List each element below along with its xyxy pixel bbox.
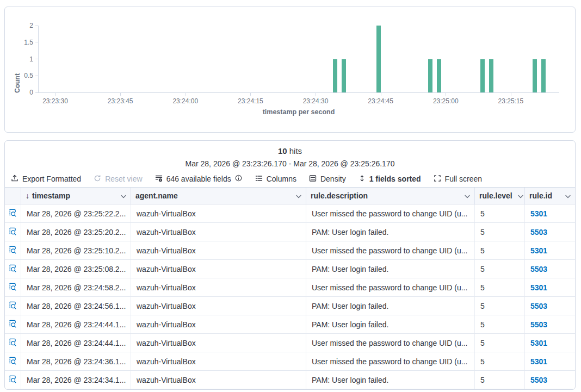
histogram-bar[interactable] <box>480 59 485 93</box>
histogram-bar[interactable] <box>541 59 546 93</box>
rule-id-link[interactable]: 5301 <box>525 204 575 222</box>
column-header-timestamp[interactable]: ↓ timestamp <box>21 188 131 204</box>
y-tick-label: 0.5 <box>11 72 33 79</box>
expand-document-button[interactable] <box>5 297 21 315</box>
inspect-document-icon <box>8 264 17 275</box>
density-button[interactable]: Density <box>308 174 346 184</box>
inspect-document-icon <box>8 245 17 256</box>
chevron-down-icon[interactable] <box>121 191 126 200</box>
cell-rule-level: 5 <box>475 204 525 222</box>
columns-button[interactable]: Columns <box>255 174 296 184</box>
rule-id-link[interactable]: 5503 <box>525 315 575 333</box>
table-row: Mar 28, 2026 @ 23:25:08.2... wazuh-Virtu… <box>5 260 575 278</box>
time-range: Mar 28, 2026 @ 23:23:26.170 - Mar 28, 20… <box>5 159 575 168</box>
x-tick-mark <box>316 92 316 96</box>
histogram-bar[interactable] <box>428 59 432 93</box>
histogram-bar[interactable] <box>437 59 441 93</box>
expand-document-button[interactable] <box>5 241 21 259</box>
column-label: timestamp <box>32 191 70 200</box>
x-tick-mark <box>381 92 381 96</box>
cell-timestamp: Mar 28, 2026 @ 23:24:36.1... <box>21 352 131 370</box>
export-formatted-button[interactable]: Export Formatted <box>10 174 81 184</box>
chevron-down-icon[interactable] <box>296 191 301 200</box>
histogram-bar[interactable] <box>376 26 381 92</box>
rule-id-link[interactable]: 5503 <box>525 371 575 389</box>
table-row: Mar 28, 2026 @ 23:24:34.1... wazuh-Virtu… <box>5 371 575 389</box>
chevron-down-icon[interactable] <box>565 191 571 200</box>
x-tick-mark <box>511 92 511 96</box>
table-row: Mar 28, 2026 @ 23:24:44.1... wazuh-Virtu… <box>5 334 575 352</box>
expand-document-button[interactable] <box>5 223 21 241</box>
rule-id-link[interactable]: 5301 <box>525 241 575 259</box>
rule-id-link[interactable]: 5503 <box>525 297 575 315</box>
full-screen-button[interactable]: Full screen <box>433 174 482 184</box>
expand-document-button[interactable] <box>5 204 21 222</box>
expand-document-button[interactable] <box>5 278 21 296</box>
expand-document-button[interactable] <box>5 371 21 389</box>
chevron-down-icon[interactable] <box>518 191 523 200</box>
cell-timestamp: Mar 28, 2026 @ 23:24:44.1... <box>21 334 131 352</box>
cell-rule-level: 5 <box>475 260 525 278</box>
histogram-bar[interactable] <box>342 59 346 93</box>
table-row: Mar 28, 2026 @ 23:25:20.2... wazuh-Virtu… <box>5 223 575 241</box>
y-tick-label: 2 <box>11 22 33 29</box>
histogram-bar[interactable] <box>489 59 493 93</box>
cell-agent-name: wazuh-VirtualBox <box>131 204 306 222</box>
columns-icon <box>255 174 263 184</box>
column-label: agent.name <box>135 191 178 200</box>
cell-timestamp: Mar 28, 2026 @ 23:25:20.2... <box>21 223 131 241</box>
inspect-document-icon <box>8 282 17 293</box>
x-tick-label: 23:24:30 <box>294 97 337 105</box>
table-row: Mar 28, 2026 @ 23:25:10.2... wazuh-Virtu… <box>5 241 575 260</box>
cell-rule-level: 5 <box>475 334 525 352</box>
column-header-agent-name[interactable]: agent.name <box>131 188 306 204</box>
results-toolbar: Export Formatted Reset view 646 availabl… <box>5 173 575 185</box>
inspect-document-icon <box>8 227 17 238</box>
info-icon[interactable] <box>234 174 243 184</box>
field-list-icon <box>154 174 163 184</box>
y-tick-label: 1.5 <box>11 39 33 46</box>
column-header-rule-id[interactable]: rule.id <box>525 188 575 204</box>
column-header-rule-description[interactable]: rule.description <box>306 188 475 204</box>
chevron-down-icon[interactable] <box>465 191 470 200</box>
header-expand-column <box>5 188 21 204</box>
sort-icon <box>358 174 366 184</box>
available-fields-button[interactable]: 646 available fields <box>154 174 243 184</box>
rule-id-link[interactable]: 5503 <box>525 223 575 241</box>
x-tick-mark <box>446 92 446 96</box>
cell-rule-description: PAM: User login failed. <box>306 315 475 333</box>
export-icon <box>10 174 19 184</box>
expand-document-button[interactable] <box>5 334 21 352</box>
histogram-bar[interactable] <box>533 59 537 93</box>
x-tick-label: 23:24:45 <box>359 97 403 105</box>
reset-view-button[interactable]: Reset view <box>93 174 142 184</box>
fields-sorted-button[interactable]: 1 fields sorted <box>358 174 421 184</box>
expand-document-button[interactable] <box>5 260 21 278</box>
x-tick-mark <box>250 92 251 96</box>
arrow-down-icon: ↓ <box>26 191 29 200</box>
export-label: Export Formatted <box>22 175 81 183</box>
rule-id-link[interactable]: 5503 <box>525 260 575 278</box>
x-tick-mark <box>55 92 56 96</box>
rule-id-link[interactable]: 5301 <box>525 278 575 296</box>
column-header-rule-level[interactable]: rule.level <box>475 188 525 204</box>
expand-document-button[interactable] <box>5 352 21 370</box>
x-axis-title: timestamp per second <box>38 108 559 116</box>
hits-summary: 10 hits <box>5 146 575 155</box>
grid-header-row: ↓ timestamp agent.name rule.description … <box>5 187 575 204</box>
histogram-bar[interactable] <box>333 59 337 93</box>
histogram-plot-area[interactable]: 00.511.5223:23:3023:23:4523:24:0023:24:1… <box>38 26 559 93</box>
rule-id-link[interactable]: 5301 <box>525 352 575 370</box>
rule-id-link[interactable]: 5301 <box>525 334 575 352</box>
inspect-document-icon <box>8 375 17 385</box>
cell-agent-name: wazuh-VirtualBox <box>131 315 306 333</box>
cell-agent-name: wazuh-VirtualBox <box>131 334 306 352</box>
cell-rule-description: PAM: User login failed. <box>306 371 475 389</box>
cell-agent-name: wazuh-VirtualBox <box>131 371 306 389</box>
y-tick-mark <box>35 26 39 26</box>
x-tick-label: 23:25:00 <box>424 97 467 105</box>
cell-rule-level: 5 <box>475 241 525 259</box>
expand-document-button[interactable] <box>5 315 21 333</box>
cell-agent-name: wazuh-VirtualBox <box>131 297 306 315</box>
inspect-document-icon <box>8 338 17 349</box>
